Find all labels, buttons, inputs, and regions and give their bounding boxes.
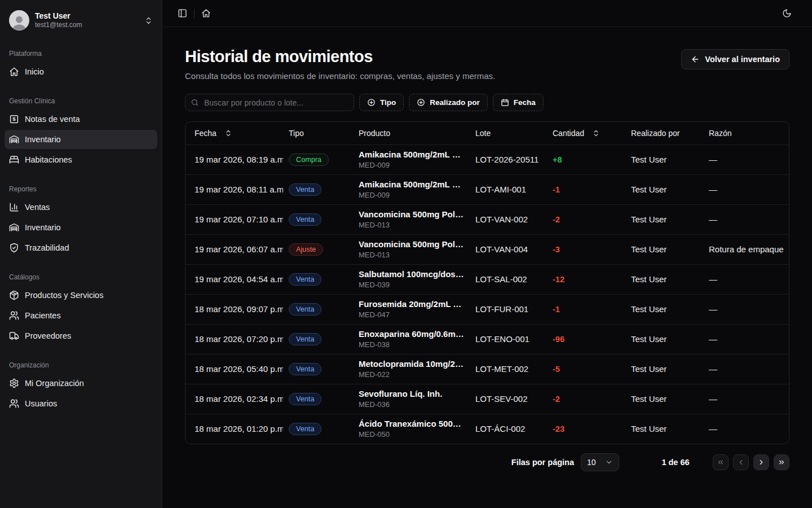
cell-user: Test User bbox=[625, 324, 703, 354]
sidebar-item-label: Pacientes bbox=[25, 311, 61, 320]
product-sku: MED-047 bbox=[359, 310, 464, 319]
cell-quantity: -1 bbox=[553, 305, 560, 314]
dark-mode-toggle-icon[interactable] bbox=[782, 8, 792, 18]
sidebar-item-productos-y-servicios[interactable]: Productos y Servicios bbox=[5, 286, 157, 305]
cell-date: 18 mar 2026, 02:34 p.m. bbox=[186, 384, 283, 414]
sidebar-item-inicio[interactable]: Inicio bbox=[5, 62, 157, 81]
product-sku: MED-009 bbox=[359, 191, 464, 199]
filter-realizado-por-button[interactable]: Realizado por bbox=[409, 94, 488, 111]
sidebar-item-inventario-reporte[interactable]: Inventario bbox=[5, 218, 157, 237]
search-input[interactable] bbox=[185, 94, 354, 111]
product-sku: MED-013 bbox=[359, 221, 464, 229]
arrow-left-icon bbox=[691, 55, 700, 64]
next-page-button[interactable] bbox=[753, 454, 769, 470]
cell-user: Test User bbox=[625, 414, 703, 444]
type-badge: Venta bbox=[289, 423, 321, 435]
sidebar-item-pacientes[interactable]: Pacientes bbox=[5, 306, 157, 325]
sidebar-item-usuarios[interactable]: Usuarios bbox=[5, 394, 157, 413]
sidebar-item-label: Habitaciones bbox=[25, 155, 72, 164]
user-name: Test User bbox=[35, 11, 139, 21]
page-indicator: 1 de 66 bbox=[648, 458, 703, 467]
filters-bar: Tipo Realizado por Fecha bbox=[185, 94, 789, 111]
sidebar-item-proveedores[interactable]: Proveedores bbox=[5, 326, 157, 345]
bar-chart-icon bbox=[9, 202, 19, 212]
cell-quantity: -23 bbox=[553, 424, 564, 433]
product-name: Amikacina 500mg/2mL Sol... bbox=[359, 150, 464, 159]
sidebar-item-label: Proveedores bbox=[25, 331, 71, 340]
product-sku: MED-038 bbox=[359, 340, 464, 349]
back-to-inventory-button[interactable]: Volver al inventario bbox=[681, 49, 789, 69]
table-row[interactable]: 19 mar 2026, 07:10 a.m. Venta Vancomicin… bbox=[186, 204, 789, 234]
table-row[interactable]: 18 mar 2026, 09:07 p.m. Venta Furosemida… bbox=[186, 294, 789, 324]
user-menu[interactable]: Test User test1@test.com bbox=[5, 7, 157, 34]
column-header-producto: Producto bbox=[359, 129, 390, 138]
cell-quantity: -2 bbox=[553, 215, 560, 224]
column-header-tipo: Tipo bbox=[289, 129, 304, 138]
table-row[interactable]: 18 mar 2026, 05:40 p.m. Venta Metoclopra… bbox=[186, 354, 789, 384]
table-row[interactable]: 18 mar 2026, 07:20 p.m. Venta Enoxaparin… bbox=[186, 324, 789, 354]
cell-date: 18 mar 2026, 01:20 p.m. bbox=[186, 414, 283, 444]
rows-per-page-select[interactable]: 10 bbox=[581, 453, 619, 471]
column-header-cantidad[interactable]: Cantidad bbox=[553, 129, 600, 138]
sidebar-nav: Plataforma Inicio Gestión Clínica Notas … bbox=[0, 34, 162, 414]
previous-page-button[interactable] bbox=[733, 454, 749, 470]
sidebar-item-ventas[interactable]: Ventas bbox=[5, 198, 157, 217]
table-row[interactable]: 18 mar 2026, 01:20 p.m. Venta Ácido Tran… bbox=[186, 414, 789, 444]
sidebar-item-label: Usuarios bbox=[25, 399, 57, 408]
cell-date: 18 mar 2026, 09:07 p.m. bbox=[186, 294, 283, 324]
filter-fecha-button[interactable]: Fecha bbox=[493, 94, 544, 111]
type-badge: Venta bbox=[289, 213, 321, 226]
table-row[interactable]: 19 mar 2026, 06:07 a.m. Ajuste Vancomici… bbox=[186, 234, 789, 264]
type-badge: Venta bbox=[289, 183, 321, 196]
type-badge: Venta bbox=[289, 363, 321, 375]
sort-icon bbox=[592, 129, 600, 137]
cell-reason: — bbox=[703, 174, 789, 204]
sidebar-item-label: Inventario bbox=[25, 223, 61, 232]
cell-lot: LOT-AMI-001 bbox=[470, 174, 547, 204]
sidebar-item-inventario[interactable]: Inventario bbox=[5, 130, 157, 149]
type-badge: Compra bbox=[289, 154, 329, 166]
cell-lot: LOT-ENO-001 bbox=[470, 324, 547, 354]
cell-lot: LOT-SEV-002 bbox=[470, 384, 547, 414]
table-header-row: Fecha Tipo Producto Lote Cantidad Realiz… bbox=[186, 122, 789, 144]
cell-lot: LOT-MET-002 bbox=[470, 354, 547, 384]
users-icon bbox=[9, 310, 19, 321]
sidebar-item-trazabilidad[interactable]: Trazabilidad bbox=[5, 238, 157, 257]
cell-date: 19 mar 2026, 08:19 a.m. bbox=[186, 144, 283, 174]
first-page-button[interactable] bbox=[713, 454, 729, 470]
product-name: Vancomicina 500mg Polvo ... bbox=[359, 209, 464, 219]
warehouse-icon bbox=[9, 134, 19, 144]
filter-tipo-button[interactable]: Tipo bbox=[359, 94, 404, 111]
chevrons-left-icon bbox=[717, 458, 725, 466]
home-icon[interactable] bbox=[201, 8, 211, 18]
cell-date: 19 mar 2026, 08:11 a.m. bbox=[186, 174, 283, 204]
product-sku: MED-009 bbox=[359, 161, 464, 169]
product-sku: MED-050 bbox=[359, 430, 464, 439]
cell-date: 18 mar 2026, 05:40 p.m. bbox=[186, 354, 283, 384]
topbar bbox=[162, 0, 812, 27]
table-row[interactable]: 19 mar 2026, 08:11 a.m. Venta Amikacina … bbox=[186, 174, 789, 204]
calendar-icon bbox=[501, 98, 509, 107]
cell-user: Test User bbox=[625, 144, 703, 174]
sidebar-toggle-icon[interactable] bbox=[178, 8, 187, 18]
cell-lot: LOT-FUR-001 bbox=[470, 294, 547, 324]
users-icon bbox=[9, 398, 19, 409]
chevron-right-icon bbox=[757, 458, 765, 466]
column-header-fecha[interactable]: Fecha bbox=[195, 129, 232, 138]
truck-icon bbox=[9, 331, 19, 341]
table-row[interactable]: 19 mar 2026, 08:19 a.m. Compra Amikacina… bbox=[186, 144, 789, 174]
sidebar-item-mi-organizacion[interactable]: Mi Organización bbox=[5, 374, 157, 393]
table-row[interactable]: 18 mar 2026, 02:34 p.m. Venta Sevofluran… bbox=[186, 384, 789, 414]
table-row[interactable]: 19 mar 2026, 04:54 a.m. Venta Salbutamol… bbox=[186, 264, 789, 294]
cell-date: 19 mar 2026, 07:10 a.m. bbox=[186, 204, 283, 234]
page-title: Historial de movimientos bbox=[185, 47, 495, 66]
chevron-down-icon bbox=[605, 458, 613, 466]
cell-user: Test User bbox=[625, 264, 703, 294]
sidebar-item-label: Mi Organización bbox=[25, 379, 84, 388]
product-name: Metoclopramida 10mg/2mL... bbox=[359, 359, 464, 369]
cell-lot: LOT-ÁCI-002 bbox=[470, 414, 547, 444]
sidebar-item-habitaciones[interactable]: Habitaciones bbox=[5, 150, 157, 169]
last-page-button[interactable] bbox=[774, 454, 789, 470]
type-badge: Ajuste bbox=[289, 243, 323, 256]
sidebar-item-notas-de-venta[interactable]: Notas de venta bbox=[5, 110, 157, 129]
